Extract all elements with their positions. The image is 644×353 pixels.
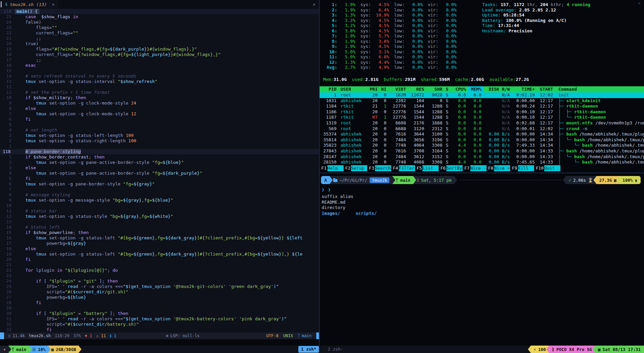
code-line[interactable]: 19 tmux set-option -g status-left "#[bg=… bbox=[0, 252, 319, 257]
fkey-f2[interactable]: F2Setup bbox=[344, 165, 368, 171]
code-line[interactable]: 18 else bbox=[0, 246, 319, 252]
column-header[interactable]: TIME+ bbox=[512, 86, 537, 92]
process-row[interactable]: 1root200162M120729028S0.00.0N/A0:02.1912… bbox=[320, 92, 644, 98]
code-line[interactable]: 4 # set length bbox=[0, 127, 319, 133]
code-line[interactable]: 10 bbox=[0, 203, 319, 208]
code-line[interactable]: 21 ;; bbox=[0, 36, 319, 41]
code-line[interactable]: 5 fi bbox=[0, 176, 319, 181]
code-line[interactable]: 6 fi bbox=[0, 117, 319, 122]
code-line[interactable]: 11 # set the prefix + t time format bbox=[0, 90, 319, 95]
fkey-f10[interactable]: F10Quit bbox=[534, 165, 560, 171]
process-row[interactable]: 35823abhishek200774840643308S4.40.00.00 … bbox=[320, 143, 644, 148]
prompt-input-line[interactable]: ❯ ❯ bbox=[322, 187, 644, 193]
column-header[interactable]: USER bbox=[339, 86, 368, 92]
code-line[interactable]: 19 flags="#{?window_flags,#{fg=${dark_pu… bbox=[0, 47, 319, 52]
code-line[interactable]: 2 tmux set-option -g pane-active-border-… bbox=[0, 160, 319, 165]
column-header[interactable]: VIRT bbox=[388, 86, 408, 92]
code-line[interactable]: 9 tmux set-option -g message-style "bg=$… bbox=[0, 198, 319, 203]
code-line[interactable]: 22 for lplugin in "${lplugins[@]}"; do bbox=[0, 268, 319, 273]
code-line[interactable]: 25 IFS=' ' read -r -a colors <<<"$(get_t… bbox=[0, 284, 319, 289]
code-line[interactable]: 3 tmux set-option -g status-left-length … bbox=[0, 133, 319, 138]
process-row[interactable]: 28147abhishek200748436123152S0.00.00.00 … bbox=[320, 154, 644, 160]
column-header[interactable]: START bbox=[537, 86, 555, 92]
code-line[interactable]: 31 IFS=' ' read -r -a colors <<<"$(get_t… bbox=[0, 316, 319, 322]
process-row[interactable]: 35374abhishek200761636443100S0.00.00.00 … bbox=[320, 131, 644, 137]
buffer-tab[interactable]: $ tmux2k.sh (13) × bbox=[2, 0, 58, 9]
code-line[interactable]: 12 bbox=[0, 84, 319, 90]
tmux-session-segment[interactable]: ᛉmain bbox=[8, 346, 32, 353]
column-header[interactable]: Command bbox=[555, 86, 644, 92]
code-line[interactable]: 21 bbox=[0, 262, 319, 268]
code-line[interactable]: 27 powerbg=${blue} bbox=[0, 295, 319, 300]
process-row[interactable]: 1186rtkit2002277615441288S0.00.0N/A0:00.… bbox=[320, 109, 644, 115]
editor-pane[interactable]: $ tmux2k.sh (13) × × 110 main() { 25 cas… bbox=[0, 0, 319, 346]
code-line[interactable]: 15 bbox=[0, 68, 319, 73]
code-line[interactable]: 8 else bbox=[0, 106, 319, 111]
code-line[interactable]: 8 # message styling bbox=[0, 192, 319, 198]
code-line[interactable]: 13 bbox=[0, 219, 319, 225]
code-line[interactable]: 11 # status bar bbox=[0, 208, 319, 214]
code-line[interactable]: 23 bbox=[0, 273, 319, 278]
fkey-f4[interactable]: F4Filter bbox=[391, 165, 415, 171]
code-line[interactable]: 1 if $show_border_contrast; then bbox=[0, 154, 319, 160]
code-line[interactable]: 17 powerbg=${gray} bbox=[0, 241, 319, 246]
process-row[interactable]: 1187rtkitRT12277615441288S0.00.0N/A0:00.… bbox=[320, 115, 644, 120]
code-line[interactable]: 12 tmux set-option -g status-style "bg=$… bbox=[0, 214, 319, 219]
code-line[interactable]: 22 current_flags="" bbox=[0, 30, 319, 36]
code-line[interactable]: 7 bbox=[0, 187, 319, 192]
fkey-f3[interactable]: F3Search bbox=[367, 165, 391, 171]
process-row[interactable]: 35814abhishek200748436563196S0.00.00.00 … bbox=[320, 137, 644, 143]
code-line[interactable]: 7 tmux set-option -g clock-mode-style 12 bbox=[0, 111, 319, 117]
column-header[interactable]: S bbox=[444, 86, 452, 92]
code-line[interactable]: 20 true) bbox=[0, 41, 319, 47]
code-line[interactable]: 20 fi bbox=[0, 257, 319, 262]
fkey-f7[interactable]: F7Nice - bbox=[463, 165, 487, 171]
column-header[interactable]: DISK R/W bbox=[484, 86, 512, 92]
terminal-pane[interactable]: Λ ~/Pr/Gi/Pr/ tmux2k ᛉmain ☽Sat, 5:17 pm… bbox=[320, 173, 644, 346]
process-row[interactable]: 28150abhishek200774840883308S4.40.00.00 … bbox=[320, 159, 644, 165]
code-line[interactable]: 16 tmux set-option -g status-left "#[bg=… bbox=[0, 235, 319, 241]
code-line[interactable]: 26 script="#($current_dir/git.sh)" bbox=[0, 289, 319, 295]
fkey-f1[interactable]: F1Help bbox=[320, 165, 344, 171]
code-line[interactable]: 23 flags="" bbox=[0, 25, 319, 30]
code-line[interactable]: 33 fi bbox=[0, 327, 319, 332]
code-line[interactable]: 6 tmux set-option -g pane-border-style "… bbox=[0, 181, 319, 187]
buffer-close-icon[interactable]: × bbox=[52, 2, 55, 7]
code-line[interactable]: 25 case $show_flags in bbox=[0, 14, 319, 20]
tmux-window-inactive[interactable]: 2 zsh- bbox=[325, 346, 346, 353]
process-table[interactable]: PIDUSERPRINIVIRTRESSHRSCPU%MEM%DISK R/WT… bbox=[320, 86, 644, 165]
code-line[interactable]: 28 fi bbox=[0, 300, 319, 305]
editor-pane-close-icon[interactable]: × bbox=[313, 2, 316, 7]
code-line[interactable]: 118 # pane border styling bbox=[0, 149, 319, 154]
directory-link[interactable]: scripts/ bbox=[356, 211, 377, 216]
code-line[interactable]: 4 tmux set-option -g pane-active-border-… bbox=[0, 171, 319, 176]
column-header[interactable]: PID bbox=[320, 86, 339, 92]
code-line[interactable]: 13 tmux set-option -g status-interval "$… bbox=[0, 79, 319, 84]
process-row[interactable]: 1319root200660821761688S0.00.0N/A0:02.68… bbox=[320, 120, 644, 126]
code-line[interactable]: 17 ;; bbox=[0, 57, 319, 63]
code-line[interactable]: 10 if $show_military; then bbox=[0, 95, 319, 100]
code-line[interactable]: 24 if [ "$lplugin" = "git" ]; then bbox=[0, 278, 319, 284]
code-line[interactable]: 14 # sets refresh interval to every 5 se… bbox=[0, 73, 319, 79]
process-row[interactable]: 569root200668831202312S0.00.0N/A0:00.011… bbox=[320, 126, 644, 132]
code-line[interactable]: 32 script="#($current_dir/battery.sh)" bbox=[0, 322, 319, 327]
code-line[interactable]: 3 else bbox=[0, 165, 319, 171]
code-line[interactable]: 30 if [ "$lplugin" = "battery" ]; then bbox=[0, 311, 319, 316]
tmux-window-active[interactable]: 1 zsh* bbox=[298, 346, 319, 353]
column-header[interactable]: PRI bbox=[368, 86, 380, 92]
column-header[interactable]: CPU% bbox=[452, 86, 468, 92]
code-line[interactable]: 24 false) bbox=[0, 20, 319, 25]
code-line[interactable]: 15 if $show_powerline; then bbox=[0, 230, 319, 235]
code-line[interactable]: 14 # Status left bbox=[0, 225, 319, 230]
column-header[interactable]: MEM% bbox=[468, 86, 484, 92]
code-line[interactable]: 2 tmux set-option -g status-right-length… bbox=[0, 138, 319, 144]
process-row[interactable]: 1031abhishek20023921040S0.00.0N/A0:00.00… bbox=[320, 98, 644, 104]
fkey-f6[interactable]: F6SortBy bbox=[439, 165, 463, 171]
htop-pane[interactable]: × 1:1.9%sys:4.5%low:0.0%vir:0.0%2:1.9%sy… bbox=[320, 0, 644, 173]
code-line[interactable]: 9 tmux set-option -g clock-mode-style 24 bbox=[0, 100, 319, 106]
code-line[interactable]: 29 bbox=[0, 305, 319, 311]
code-line[interactable]: 5 bbox=[0, 122, 319, 127]
code-lines[interactable]: 25 case $show_flags in24 false)23 flags=… bbox=[0, 14, 319, 332]
process-row[interactable]: 27843abhishek200761637083164S0.00.00.00 … bbox=[320, 148, 644, 154]
code-line[interactable]: 1 bbox=[0, 144, 319, 149]
